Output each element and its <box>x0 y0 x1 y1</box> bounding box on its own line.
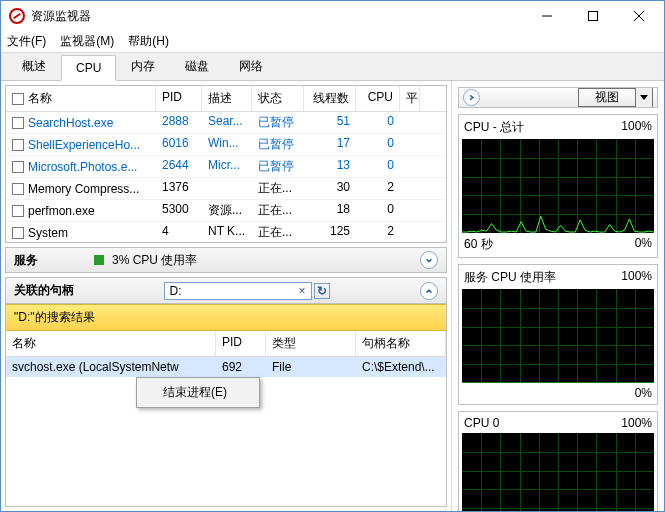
col-name[interactable]: 名称 <box>28 90 52 107</box>
svg-rect-0 <box>589 12 598 21</box>
col-cpu[interactable]: CPU <box>356 86 400 111</box>
row-checkbox[interactable] <box>12 205 24 217</box>
proc-pid: 2644 <box>156 156 202 177</box>
tab-disk[interactable]: 磁盘 <box>170 52 224 80</box>
context-menu: 结束进程(E) <box>136 377 260 408</box>
handle-hname: C:\$Extend\... <box>356 357 446 377</box>
services-title: 服务 <box>14 252 38 269</box>
proc-threads: 30 <box>304 178 356 199</box>
proc-name: Memory Compress... <box>28 182 139 196</box>
graph-cpu-total: CPU - 总计100% 60 秒0% <box>458 114 658 258</box>
hcol-hname[interactable]: 句柄名称 <box>356 331 446 356</box>
handles-section: 关联的句柄 × ↻ "D:"的搜索结果 名称 PID 类型 句柄名称 svcho… <box>5 277 447 507</box>
view-label: 视图 <box>579 89 635 106</box>
table-row[interactable]: perfmon.exe5300资源...正在...180 <box>6 200 446 222</box>
expand-services-button[interactable] <box>420 251 438 269</box>
proc-name: ShellExperienceHo... <box>28 138 140 152</box>
maximize-button[interactable] <box>570 1 616 31</box>
table-row[interactable]: SearchHost.exe2888Sear...已暂停510 <box>6 112 446 134</box>
proc-desc: NT K... <box>202 222 252 243</box>
row-checkbox[interactable] <box>12 139 24 151</box>
proc-cpu: 0 <box>356 200 400 221</box>
col-avg[interactable]: 平... <box>400 86 420 111</box>
handle-type: File <box>266 357 356 377</box>
refresh-button[interactable]: ↻ <box>314 283 330 299</box>
proc-cpu: 2 <box>356 222 400 243</box>
proc-cpu: 0 <box>356 156 400 177</box>
row-checkbox[interactable] <box>12 183 24 195</box>
menu-file[interactable]: 文件(F) <box>7 33 46 50</box>
proc-desc: Micr... <box>202 156 252 177</box>
search-input[interactable] <box>164 282 312 300</box>
view-select[interactable]: 视图 <box>578 88 653 107</box>
handle-name: svchost.exe (LocalSystemNetw <box>6 357 216 377</box>
g2-max: 100% <box>621 269 652 286</box>
proc-threads: 51 <box>304 112 356 133</box>
proc-pid: 6016 <box>156 134 202 155</box>
table-row[interactable]: System4NT K...正在...1252 <box>6 222 446 243</box>
hcol-name[interactable]: 名称 <box>6 331 216 356</box>
proc-pid: 5300 <box>156 200 202 221</box>
proc-status: 已暂停 <box>252 134 304 155</box>
table-row[interactable]: Microsoft.Photos.e...2644Micr...已暂停130 <box>6 156 446 178</box>
proc-status: 正在... <box>252 222 304 243</box>
col-desc[interactable]: 描述 <box>202 86 252 111</box>
menu-help[interactable]: 帮助(H) <box>128 33 169 50</box>
table-row[interactable]: Memory Compress...1376正在...302 <box>6 178 446 200</box>
proc-cpu: 0 <box>356 134 400 155</box>
proc-pid: 1376 <box>156 178 202 199</box>
proc-pid: 2888 <box>156 112 202 133</box>
row-checkbox[interactable] <box>12 117 24 129</box>
proc-status: 已暂停 <box>252 156 304 177</box>
proc-desc: Sear... <box>202 112 252 133</box>
proc-status: 正在... <box>252 178 304 199</box>
col-threads[interactable]: 线程数 <box>304 86 356 111</box>
row-checkbox[interactable] <box>12 227 24 239</box>
window-title: 资源监视器 <box>31 8 524 25</box>
collapse-handles-button[interactable] <box>420 282 438 300</box>
close-button[interactable] <box>616 1 662 31</box>
g3-max: 100% <box>621 416 652 430</box>
g1-max: 100% <box>621 119 652 136</box>
app-icon <box>9 8 25 24</box>
tabbar: 概述 CPU 内存 磁盘 网络 <box>1 53 664 81</box>
col-status[interactable]: 状态 <box>252 86 304 111</box>
nav-right-button[interactable] <box>463 89 480 106</box>
proc-name: Microsoft.Photos.e... <box>28 160 137 174</box>
proc-name: perfmon.exe <box>28 204 95 218</box>
tab-overview[interactable]: 概述 <box>7 52 61 80</box>
g2-footer-right: 0% <box>635 386 652 400</box>
checkbox-all[interactable] <box>12 93 24 105</box>
proc-cpu: 2 <box>356 178 400 199</box>
g1-footer-left: 60 秒 <box>464 236 493 253</box>
titlebar: 资源监视器 <box>1 1 664 31</box>
proc-name: System <box>28 226 68 240</box>
graph-cpu0: CPU 0100% <box>458 411 658 512</box>
hcol-type[interactable]: 类型 <box>266 331 356 356</box>
table-row[interactable]: ShellExperienceHo...6016Win...已暂停170 <box>6 134 446 156</box>
menubar: 文件(F) 监视器(M) 帮助(H) <box>1 31 664 53</box>
menu-monitor[interactable]: 监视器(M) <box>60 33 114 50</box>
search-result-bar: "D:"的搜索结果 <box>6 304 446 331</box>
services-section[interactable]: 服务 3% CPU 使用率 <box>5 247 447 273</box>
proc-threads: 17 <box>304 134 356 155</box>
g1-title: CPU - 总计 <box>464 119 524 136</box>
right-toolbar: 视图 <box>458 87 658 108</box>
tab-cpu[interactable]: CPU <box>61 55 116 81</box>
g2-title: 服务 CPU 使用率 <box>464 269 556 286</box>
proc-name: SearchHost.exe <box>28 116 113 130</box>
clear-search-button[interactable]: × <box>298 284 305 298</box>
dropdown-icon <box>635 88 652 107</box>
handle-row[interactable]: svchost.exe (LocalSystemNetw 692 File C:… <box>6 357 446 377</box>
col-pid[interactable]: PID <box>156 86 202 111</box>
g3-title: CPU 0 <box>464 416 499 430</box>
usage-indicator-icon <box>94 255 104 265</box>
minimize-button[interactable] <box>524 1 570 31</box>
process-table: 名称 PID 描述 状态 线程数 CPU 平... SearchHost.exe… <box>5 85 447 243</box>
menu-end-process[interactable]: 结束进程(E) <box>139 380 257 405</box>
hcol-pid[interactable]: PID <box>216 331 266 356</box>
tab-network[interactable]: 网络 <box>224 52 278 80</box>
tab-memory[interactable]: 内存 <box>116 52 170 80</box>
row-checkbox[interactable] <box>12 161 24 173</box>
proc-cpu: 0 <box>356 112 400 133</box>
